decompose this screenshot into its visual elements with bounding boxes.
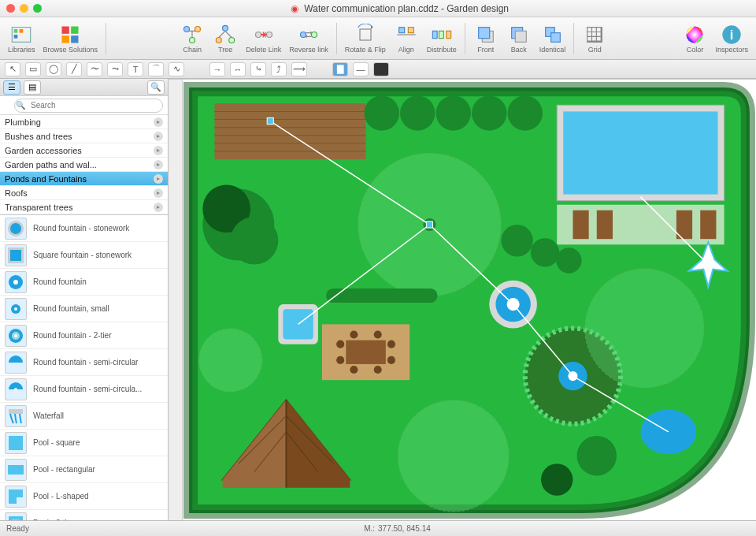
rotate-flip-button[interactable]: Rotate & Flip <box>342 22 389 55</box>
grid-button[interactable]: Grid <box>579 22 610 55</box>
front-icon <box>475 24 497 46</box>
tree-label: Tree <box>218 46 232 54</box>
reverse-link-button[interactable]: Reverse link <box>286 22 332 55</box>
status-mouse-label: M.: <box>364 524 375 533</box>
front-button[interactable]: Front <box>470 22 502 55</box>
libraries-button[interactable]: Libraries <box>5 22 39 55</box>
stencil-item[interactable]: Round fountain - semi-circula... <box>0 376 168 403</box>
delete-link-icon <box>253 24 275 46</box>
arrow-end-tool[interactable]: → <box>209 62 225 76</box>
curve-tool[interactable]: 〜 <box>87 62 102 76</box>
back-button[interactable]: Back <box>503 22 535 55</box>
tree-button[interactable]: Tree <box>209 22 241 55</box>
inspectors-button[interactable]: i Inspectors <box>712 22 751 55</box>
connector-tool[interactable]: ⤳ <box>107 62 123 76</box>
stencil-item[interactable]: Pool - square <box>0 430 168 456</box>
line-style-tool[interactable]: ― <box>353 62 369 76</box>
stencil-item[interactable]: Round fountain - semi-circular <box>0 349 168 376</box>
stencil-item[interactable]: Pool - L-shaped <box>0 483 168 510</box>
search-input[interactable] <box>14 99 163 113</box>
titlebar: ◉ Water communication plan.cddz - Garden… <box>0 0 756 17</box>
ellipse-tool[interactable]: ◯ <box>46 62 61 76</box>
chain-button[interactable]: Chain <box>176 22 208 55</box>
svg-rect-19 <box>398 27 404 32</box>
category-item[interactable]: Ponds and Fountains▸ <box>0 172 168 186</box>
stencil-item[interactable]: Square fountain - stonework <box>0 242 168 269</box>
bezier-tool[interactable]: ⤴ <box>271 62 287 76</box>
canvas-inner <box>169 80 756 520</box>
distribute-button[interactable]: Distribute <box>424 22 460 55</box>
round-connector-tool[interactable]: ⟿ <box>291 62 307 76</box>
stencil-item[interactable]: Pool - 2-tier <box>0 510 168 520</box>
svg-rect-47 <box>8 465 24 475</box>
select-tool[interactable]: ↖ <box>5 62 20 76</box>
browse-solutions-button[interactable]: Browse Solutions <box>40 22 102 55</box>
stencil-item[interactable]: Pool - rectangular <box>0 456 168 483</box>
grid-icon <box>584 24 606 46</box>
svg-rect-6 <box>62 35 69 43</box>
app-icon: ◉ <box>291 3 298 14</box>
stencil-label: Round fountain - 2-tier <box>33 331 112 340</box>
line-color-tool[interactable] <box>373 62 389 76</box>
stencil-item[interactable]: Waterfall <box>0 403 168 430</box>
shrub <box>501 225 532 256</box>
chain-label: Chain <box>183 46 202 54</box>
category-item[interactable]: Bushes and trees▸ <box>0 129 168 143</box>
rect-tool[interactable]: ▭ <box>25 62 41 76</box>
sidebar-tab-search[interactable]: 🔍 <box>147 80 165 95</box>
disclosure-icon[interactable]: ▸ <box>154 146 163 155</box>
garden-plan-drawing <box>183 80 756 520</box>
canvas[interactable] <box>183 80 756 520</box>
category-label: Garden accessories <box>5 146 82 155</box>
disclosure-icon[interactable]: ▸ <box>154 174 163 184</box>
disclosure-icon[interactable]: ▸ <box>154 203 163 212</box>
category-label: Plumbing <box>5 117 41 127</box>
category-item[interactable]: Garden accessories▸ <box>0 143 168 158</box>
color-button[interactable]: Color <box>679 22 710 55</box>
svg-point-10 <box>190 37 195 43</box>
category-item[interactable]: Transparent trees▸ <box>0 200 168 214</box>
category-label: Bushes and trees <box>5 132 72 141</box>
stencil-item[interactable]: Round fountain, small <box>0 296 168 322</box>
stencil-item[interactable]: Round fountain <box>0 269 168 296</box>
identical-button[interactable]: Identical <box>536 22 569 55</box>
close-button[interactable] <box>6 4 15 13</box>
stencil-thumb <box>5 405 27 427</box>
tree-icon <box>214 24 236 46</box>
minimize-button[interactable] <box>20 4 28 13</box>
text-tool[interactable]: T <box>128 62 143 76</box>
smart-connector-tool[interactable]: ⤷ <box>250 62 266 76</box>
ruler-vertical[interactable] <box>169 80 183 520</box>
stencil-item[interactable]: Round fountain - 2-tier <box>0 322 168 349</box>
search-icon: 🔍 <box>16 101 25 110</box>
stencil-label: Round fountain <box>33 277 87 286</box>
category-label: Transparent trees <box>5 203 72 212</box>
arc-tool[interactable]: ⌒ <box>148 62 164 76</box>
delete-link-button[interactable]: Delete Link <box>243 22 284 55</box>
arrow-both-tool[interactable]: ↔ <box>230 62 246 76</box>
disclosure-icon[interactable]: ▸ <box>154 188 163 198</box>
stencil-thumb <box>5 352 27 374</box>
spline-tool[interactable]: ∿ <box>169 62 184 76</box>
category-item[interactable]: Garden paths and wal...▸ <box>0 158 168 172</box>
stencil-item[interactable]: Round fountain - stonework <box>0 215 168 242</box>
align-button[interactable]: Align <box>391 22 422 55</box>
svg-rect-29 <box>550 32 560 42</box>
statusbar: Ready M.: 377.50, 845.14 <box>0 520 756 536</box>
maximize-button[interactable] <box>33 4 42 13</box>
category-item[interactable]: Roofs▸ <box>0 186 168 200</box>
disclosure-icon[interactable]: ▸ <box>154 160 163 169</box>
svg-rect-21 <box>432 31 437 38</box>
pond <box>640 410 696 455</box>
fill-color-tool[interactable]: ▇ <box>332 62 348 76</box>
patio-chair <box>336 341 344 348</box>
shrub <box>556 248 581 273</box>
line-tool[interactable]: ╱ <box>66 62 82 76</box>
category-item[interactable]: Plumbing▸ <box>0 115 168 129</box>
disclosure-icon[interactable]: ▸ <box>154 132 163 141</box>
sidebar-tab-pages[interactable]: ▤ <box>24 80 41 95</box>
disclosure-icon[interactable]: ▸ <box>154 117 163 127</box>
sidebar-tab-libraries[interactable]: ☰ <box>3 80 20 95</box>
svg-point-43 <box>14 334 17 337</box>
main-area: ☰ ▤ 🔍 🔍 Plumbing▸Bushes and trees▸Garden… <box>0 79 756 520</box>
